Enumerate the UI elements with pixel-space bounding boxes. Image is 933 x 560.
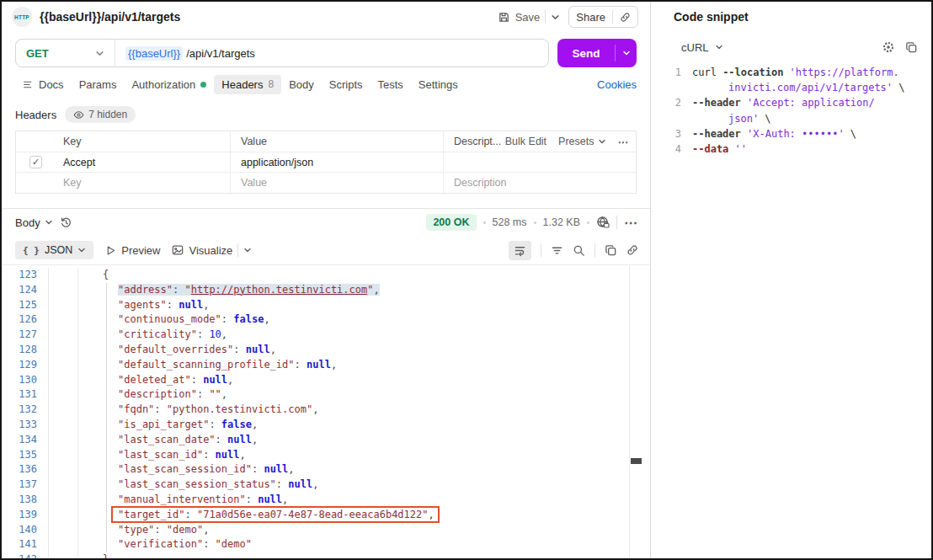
preview-button[interactable]: Preview	[105, 244, 160, 257]
header-checkbox[interactable]: ✓	[29, 156, 42, 168]
save-button[interactable]: Save	[498, 10, 561, 24]
snippet-line-number: 2	[651, 95, 681, 110]
tab-count-badge: 8	[268, 78, 274, 90]
hidden-headers-pill[interactable]: 7 hidden	[65, 106, 136, 123]
fold-gutter	[49, 358, 78, 373]
presets-dropdown[interactable]: Presets	[558, 136, 605, 147]
checkbox-column-header	[16, 131, 53, 152]
save-options-chevron-icon[interactable]	[551, 13, 560, 22]
response-json-viewer[interactable]: 123{124"address": "http://python.testinv…	[2, 264, 650, 558]
code-snippet-title: Code snippet	[674, 10, 931, 24]
header-value-cell[interactable]: application/json	[230, 152, 443, 172]
json-line-content: "default_scanning_profile_id": null,	[78, 358, 650, 373]
code-snippet-panel: Code snippet cURL 1curl --location 'http…	[651, 2, 931, 558]
tab-settings[interactable]: Settings	[411, 75, 466, 94]
code-token-punc: :	[276, 478, 288, 490]
send-options-chevron-icon[interactable]	[615, 45, 637, 61]
tab-authorization[interactable]: Authorization	[124, 75, 214, 94]
json-line-content: "description": "",	[78, 387, 650, 403]
response-more-options[interactable]: ⋯	[624, 215, 638, 231]
code-token-punc: :	[154, 403, 166, 415]
tab-headers[interactable]: Headers8	[214, 75, 281, 94]
filter-icon[interactable]	[551, 244, 563, 257]
line-number: 129	[2, 358, 49, 373]
settings-gear-icon[interactable]	[882, 40, 895, 54]
code-token-pstr: ''	[735, 143, 747, 155]
send-button[interactable]: Send	[557, 39, 637, 67]
tab-params[interactable]: Params	[72, 75, 125, 94]
json-line: 126"continuous_mode": false,	[2, 312, 650, 328]
url-variable-chip[interactable]: {{baseUrl}}	[125, 46, 183, 61]
code-token-punc: :	[209, 419, 221, 430]
language-dropdown[interactable]: cURL	[681, 41, 723, 54]
snippet-line-number: 1	[651, 65, 681, 80]
code-snippet-body[interactable]: 1curl --location 'https://platform.invic…	[651, 65, 923, 157]
code-token-punc: ,	[312, 478, 318, 490]
language-label: cURL	[681, 41, 709, 54]
history-icon[interactable]	[60, 216, 72, 229]
scrollbar-thumb[interactable]	[631, 458, 642, 464]
code-token-punc: :	[221, 313, 233, 325]
tab-body[interactable]: Body	[281, 75, 322, 94]
chevron-down-icon[interactable]	[243, 246, 252, 254]
search-icon[interactable]	[573, 244, 585, 257]
cookies-link[interactable]: Cookies	[597, 78, 637, 91]
visualize-button[interactable]: Visualize	[172, 243, 252, 257]
code-token-punc: :	[184, 509, 196, 520]
copy-snippet-icon[interactable]	[905, 41, 918, 54]
json-view-dropdown[interactable]: { } JSON	[15, 241, 93, 259]
divider	[237, 243, 238, 257]
divider	[545, 10, 546, 24]
tab-tests[interactable]: Tests	[371, 75, 411, 94]
fold-gutter	[49, 477, 78, 493]
bulk-edit-button[interactable]: Bulk Edit	[505, 136, 546, 147]
json-line: 129"default_scanning_profile_id": null,	[2, 358, 650, 373]
header-description-input[interactable]: Description	[443, 173, 636, 193]
more-options-button[interactable]: ⋯	[618, 136, 630, 148]
code-token-punc: :	[216, 434, 227, 445]
json-line-content: },	[78, 552, 650, 558]
docs-icon	[23, 79, 34, 90]
code-token-punc: ,	[270, 344, 276, 355]
header-key-cell[interactable]: Accept	[53, 152, 230, 172]
tab-scripts[interactable]: Scripts	[322, 75, 371, 94]
header-description-cell[interactable]	[443, 152, 636, 172]
fold-gutter	[49, 448, 78, 463]
code-token-str: "demo"	[216, 538, 252, 550]
header-value-input[interactable]: Value	[230, 173, 443, 193]
url-input[interactable]: {{baseUrl}} /api/v1/targets	[115, 46, 548, 61]
header-key-input[interactable]: Key	[53, 173, 230, 193]
response-body-dropdown[interactable]: Body	[15, 216, 53, 229]
share-button[interactable]: Share	[568, 6, 638, 28]
network-security-icon[interactable]	[596, 216, 610, 229]
code-token-kw: null	[264, 463, 288, 475]
status-badge[interactable]: 200 OK	[426, 214, 476, 231]
hidden-headers-label: 7 hidden	[88, 109, 127, 120]
code-token-key: "last_scan_date"	[118, 434, 216, 445]
fold-gutter	[49, 433, 78, 448]
method-selector[interactable]: GET	[16, 40, 115, 67]
code-token-key: "deleted_at"	[118, 374, 191, 386]
line-number: 138	[2, 493, 49, 508]
scrollbar-track	[629, 265, 630, 558]
copy-link-icon[interactable]	[620, 12, 631, 23]
auth-status-dot-icon	[200, 82, 206, 88]
code-token-punc: ,	[312, 403, 318, 415]
code-token-punc: :	[233, 344, 245, 355]
code-token-kw: null	[258, 493, 282, 505]
json-line-content: "target_id": "71a0d56e-ea07-4e87-8ead-ee…	[78, 508, 650, 523]
copy-icon[interactable]	[605, 244, 617, 257]
line-number: 124	[2, 283, 49, 298]
code-token-punc: :	[246, 493, 258, 505]
code-token-brace: {	[103, 269, 109, 280]
code-token-plain: \	[759, 113, 770, 125]
link-icon[interactable]	[626, 244, 638, 256]
code-token-kw: null	[203, 374, 227, 386]
json-line: 125"agents": null,	[2, 298, 650, 313]
fold-gutter	[49, 403, 78, 418]
separator-dot	[587, 221, 589, 224]
json-line-content: "manual_intervention": null,	[78, 493, 650, 508]
wrap-text-button[interactable]	[509, 241, 531, 260]
tab-docs[interactable]: Docs	[15, 75, 72, 94]
tab-label: Scripts	[329, 78, 363, 91]
